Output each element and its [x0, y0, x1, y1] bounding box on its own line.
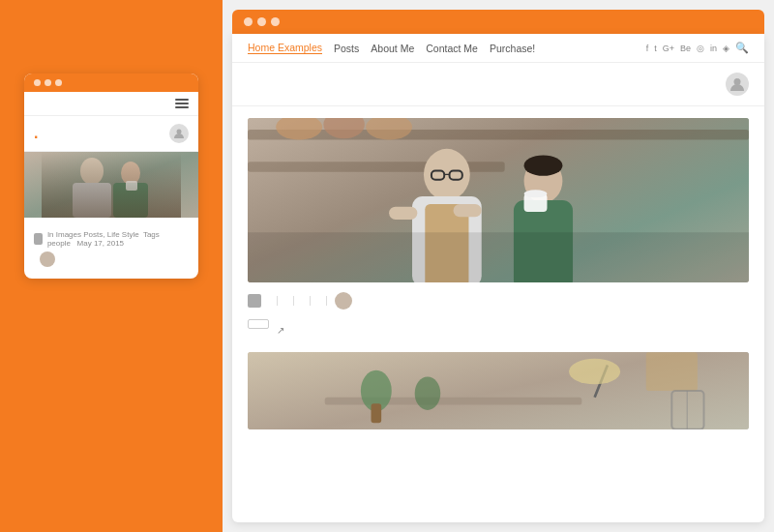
continue-reading-button[interactable]: [248, 319, 269, 329]
behance-icon[interactable]: Be: [680, 44, 691, 53]
mobile-meta-text: In Images Posts, Life Style Tags people …: [47, 230, 189, 248]
browser-dot-3: [271, 17, 280, 26]
mobile-meta-icon: [34, 233, 43, 245]
nav-links: Home Examples Posts About Me Contact Me …: [248, 42, 535, 54]
svg-rect-28: [248, 232, 749, 282]
browser-dot-1: [244, 17, 253, 26]
nav-about[interactable]: About Me: [371, 43, 414, 54]
mobile-preview: .: [24, 74, 198, 279]
site-header: [232, 63, 764, 106]
meta-divider-1: [277, 296, 278, 306]
mobile-dot-3: [55, 79, 62, 86]
main-content: ↗: [232, 106, 764, 522]
mobile-hero-image: [24, 152, 198, 218]
mobile-site-header: .: [24, 116, 198, 152]
meta-divider-4: [326, 296, 327, 306]
share-icon[interactable]: ↗: [277, 325, 284, 336]
mobile-dot-1: [34, 79, 41, 86]
site-header-avatar[interactable]: [726, 73, 749, 96]
mobile-topbar: [24, 74, 198, 92]
svg-point-23: [524, 190, 548, 197]
mobile-avatar-icon: [169, 124, 189, 143]
meta-divider-3: [310, 296, 311, 306]
svg-rect-10: [248, 130, 749, 140]
left-panel: .: [0, 0, 223, 532]
browser-chrome: [232, 10, 764, 34]
mobile-meta: In Images Posts, Life Style Tags people …: [34, 230, 189, 248]
rss-icon[interactable]: ◈: [723, 44, 729, 53]
svg-rect-36: [646, 352, 698, 391]
theme-title: [24, 39, 198, 46]
facebook-icon[interactable]: f: [646, 44, 649, 53]
twitter-icon[interactable]: t: [654, 44, 657, 53]
instagram-icon[interactable]: ◎: [697, 44, 704, 53]
svg-rect-18: [389, 207, 417, 220]
meta-author-avatar: [335, 292, 352, 310]
svg-point-33: [415, 376, 441, 410]
svg-point-0: [177, 130, 182, 134]
svg-point-24: [524, 156, 563, 176]
people-shape: [42, 152, 181, 218]
hamburger-icon[interactable]: [175, 99, 189, 108]
linkedin-icon[interactable]: in: [710, 44, 717, 53]
nav-purchase[interactable]: Purchase!: [490, 43, 535, 54]
site-nav: Home Examples Posts About Me Contact Me …: [232, 34, 764, 63]
meta-icon: [248, 294, 261, 308]
browser-content: Home Examples Posts About Me Contact Me …: [232, 34, 764, 522]
gplus-icon[interactable]: G+: [663, 44, 674, 53]
right-panel: Home Examples Posts About Me Contact Me …: [223, 0, 774, 532]
mobile-comments-row: [34, 251, 189, 267]
nav-icons: f t G+ Be ◎ in ◈ 🔍: [646, 42, 749, 54]
search-icon[interactable]: 🔍: [735, 42, 749, 54]
nav-posts[interactable]: Posts: [334, 43, 359, 54]
mobile-menubar[interactable]: [24, 92, 198, 116]
nav-home[interactable]: Home Examples: [248, 42, 322, 54]
mobile-post-content: In Images Posts, Life Style Tags people …: [24, 218, 198, 279]
svg-rect-19: [454, 204, 482, 217]
meta-divider-2: [293, 296, 294, 306]
mobile-logo: .: [34, 125, 38, 142]
svg-point-35: [569, 359, 620, 385]
article-meta: [248, 292, 749, 310]
svg-rect-32: [372, 403, 382, 423]
mobile-dot-2: [45, 79, 51, 86]
svg-point-8: [734, 78, 741, 85]
nav-contact[interactable]: Contact Me: [426, 43, 478, 54]
second-article-image: [248, 352, 749, 429]
hero-image: [248, 118, 749, 282]
browser-dot-2: [257, 17, 266, 26]
mobile-author-avatar: [40, 251, 55, 267]
